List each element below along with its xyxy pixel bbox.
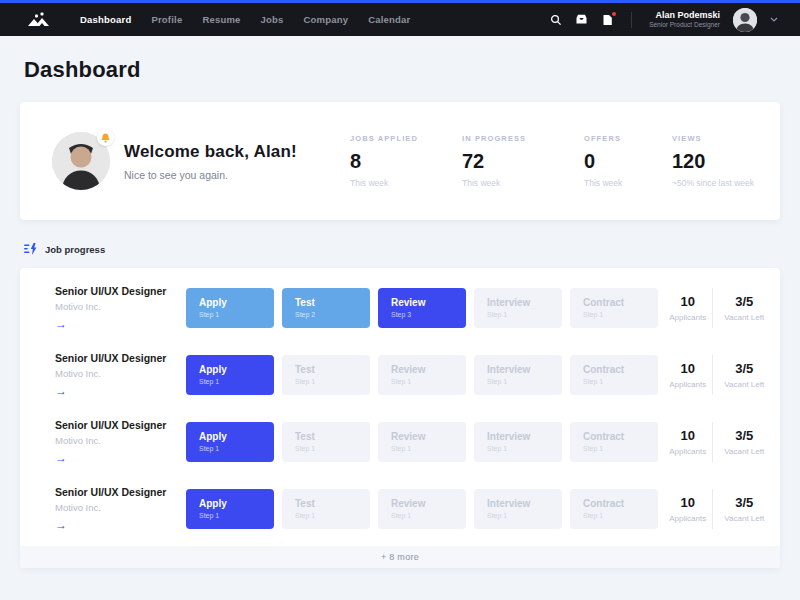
- step-chip[interactable]: Test Step 1: [282, 355, 370, 395]
- step-sub: Step 2: [295, 311, 370, 318]
- vacant-col: 3/5 Vacant Left: [723, 294, 767, 322]
- step-chip[interactable]: Review Step 1: [378, 355, 466, 395]
- stat-label: VIEWS: [672, 134, 754, 143]
- step-chip[interactable]: Apply Step 1: [186, 489, 274, 529]
- app-logo[interactable]: [26, 11, 52, 29]
- vacant-count: 3/5: [723, 495, 767, 510]
- step-chip[interactable]: Interview Step 1: [474, 355, 562, 395]
- step-sub: Step 1: [199, 445, 274, 452]
- step-sub: Step 1: [487, 512, 562, 519]
- step-sub: Step 1: [295, 445, 370, 452]
- step-name: Test: [295, 431, 370, 442]
- step-chip[interactable]: Test Step 1: [282, 489, 370, 529]
- step-sub: Step 3: [391, 311, 466, 318]
- step-name: Review: [391, 431, 466, 442]
- applicants-col: 10 Applicants: [666, 294, 710, 322]
- user-avatar[interactable]: [733, 8, 757, 32]
- stat-label: IN PROGRESS: [462, 134, 584, 143]
- main-nav: Dashboard Profile Resume Jobs Company Ca…: [80, 14, 411, 25]
- job-progress-section-label: Job progress: [24, 243, 776, 255]
- vacant-count: 3/5: [723, 361, 767, 376]
- steps: Apply Step 1 Test Step 1 Review Step 1 I…: [186, 422, 658, 462]
- job-open-arrow-icon[interactable]: →: [55, 385, 167, 397]
- applicants-label: Applicants: [666, 380, 710, 389]
- step-chip[interactable]: Review Step 3: [378, 288, 466, 328]
- step-chip[interactable]: Contract Step 1: [570, 489, 658, 529]
- vacant-label: Vacant Left: [723, 313, 767, 322]
- step-name: Test: [295, 364, 370, 375]
- nav-item-resume[interactable]: Resume: [202, 14, 240, 25]
- step-chip[interactable]: Interview Step 1: [474, 422, 562, 462]
- stat-value: 8: [350, 150, 462, 173]
- applicants-count: 10: [666, 361, 710, 376]
- step-sub: Step 1: [199, 512, 274, 519]
- step-sub: Step 1: [391, 512, 466, 519]
- job-info: Senior UI/UX Designer Motivo Inc. →: [55, 285, 167, 330]
- job-company: Motivo Inc.: [55, 435, 167, 446]
- job-info: Senior UI/UX Designer Motivo Inc. →: [55, 486, 167, 531]
- job-info: Senior UI/UX Designer Motivo Inc. →: [55, 352, 167, 397]
- step-chip[interactable]: Apply Step 1: [186, 355, 274, 395]
- bell-notification-icon[interactable]: [97, 129, 114, 146]
- nav-item-company[interactable]: Company: [304, 14, 349, 25]
- stats-strip: JOBS APPLIED 8 This week IN PROGRESS 72 …: [334, 134, 756, 188]
- stat-value: 0: [584, 150, 672, 173]
- step-chip[interactable]: Contract Step 1: [570, 422, 658, 462]
- step-name: Review: [391, 498, 466, 509]
- steps: Apply Step 1 Test Step 1 Review Step 1 I…: [186, 489, 658, 529]
- step-name: Test: [295, 297, 370, 308]
- column-divider: [712, 422, 713, 462]
- stat-label: OFFERS: [584, 134, 672, 143]
- step-chip[interactable]: Test Step 2: [282, 288, 370, 328]
- step-chip[interactable]: Contract Step 1: [570, 355, 658, 395]
- vacant-count: 3/5: [723, 294, 767, 309]
- step-sub: Step 1: [199, 311, 274, 318]
- section-title: Job progress: [45, 244, 105, 255]
- job-title: Senior UI/UX Designer: [55, 486, 167, 498]
- search-icon[interactable]: [549, 13, 562, 26]
- job-open-arrow-icon[interactable]: →: [55, 318, 167, 330]
- step-sub: Step 1: [487, 311, 562, 318]
- nav-item-dashboard[interactable]: Dashboard: [80, 14, 131, 25]
- step-chip[interactable]: Review Step 1: [378, 489, 466, 529]
- job-open-arrow-icon[interactable]: →: [55, 519, 167, 531]
- show-more-button[interactable]: + 8 more: [20, 546, 780, 568]
- vacant-count: 3/5: [723, 428, 767, 443]
- column-divider: [712, 355, 713, 395]
- documents-icon[interactable]: [601, 13, 614, 26]
- step-name: Contract: [583, 364, 658, 375]
- step-chip[interactable]: Interview Step 1: [474, 489, 562, 529]
- step-sub: Step 1: [295, 512, 370, 519]
- navbar-right: Alan Podemski Senior Product Designer: [549, 8, 778, 32]
- applicants-count: 10: [666, 495, 710, 510]
- job-row: Senior UI/UX Designer Motivo Inc. → Appl…: [20, 475, 780, 542]
- step-sub: Step 1: [583, 512, 658, 519]
- nav-item-profile[interactable]: Profile: [151, 14, 182, 25]
- step-chip[interactable]: Review Step 1: [378, 422, 466, 462]
- applicants-label: Applicants: [666, 514, 710, 523]
- job-info: Senior UI/UX Designer Motivo Inc. →: [55, 419, 167, 464]
- step-chip[interactable]: Test Step 1: [282, 422, 370, 462]
- stat-views: VIEWS 120 ~50% since last week: [672, 134, 754, 188]
- step-sub: Step 1: [199, 378, 274, 385]
- job-company: Motivo Inc.: [55, 502, 167, 513]
- step-name: Interview: [487, 364, 562, 375]
- step-chip[interactable]: Apply Step 1: [186, 288, 274, 328]
- step-name: Interview: [487, 297, 562, 308]
- step-chip[interactable]: Interview Step 1: [474, 288, 562, 328]
- stat-offers: OFFERS 0 This week: [584, 134, 672, 188]
- step-name: Contract: [583, 498, 658, 509]
- step-chip[interactable]: Contract Step 1: [570, 288, 658, 328]
- chevron-down-icon[interactable]: [770, 17, 778, 22]
- step-chip[interactable]: Apply Step 1: [186, 422, 274, 462]
- stat-value: 120: [672, 150, 754, 173]
- job-open-arrow-icon[interactable]: →: [55, 452, 167, 464]
- inbox-icon[interactable]: [575, 13, 588, 26]
- nav-item-jobs[interactable]: Jobs: [261, 14, 284, 25]
- nav-item-calendar[interactable]: Calendar: [368, 14, 410, 25]
- step-name: Contract: [583, 297, 658, 308]
- navbar-divider: [631, 12, 632, 28]
- step-sub: Step 1: [583, 445, 658, 452]
- step-name: Contract: [583, 431, 658, 442]
- step-sub: Step 1: [295, 378, 370, 385]
